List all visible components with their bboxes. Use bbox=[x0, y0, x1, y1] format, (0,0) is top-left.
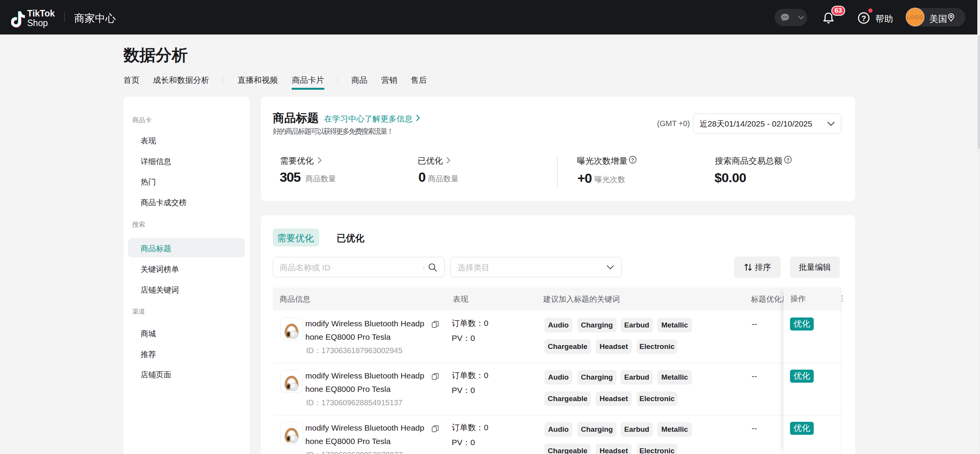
svg-text:?: ? bbox=[787, 157, 790, 163]
svg-text:?: ? bbox=[631, 157, 634, 163]
svg-text:?: ? bbox=[861, 14, 866, 23]
